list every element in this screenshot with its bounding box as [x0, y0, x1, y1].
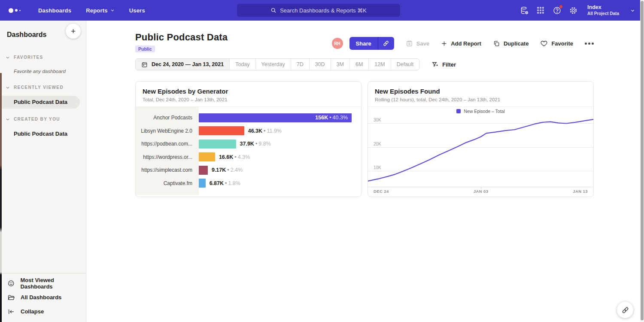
bar[interactable] [199, 166, 208, 175]
bar-chart-row[interactable]: https://wordpress.or...16.6K•4.3% [136, 151, 361, 164]
plus-icon [441, 40, 447, 47]
app-root: Dashboards Reports Users Search Dashboar… [0, 0, 644, 322]
add-report-button[interactable]: Add Report [441, 40, 481, 47]
nav-users[interactable]: Users [122, 7, 152, 14]
add-dashboard-button[interactable]: + [66, 24, 81, 39]
x-tick-jan13: JAN 13 [573, 189, 588, 194]
bar-track: 6.87K•1.8% [199, 179, 361, 188]
preset-yesterday[interactable]: Yesterday [256, 59, 291, 70]
bar[interactable] [199, 126, 244, 135]
chevron-down-icon [6, 117, 10, 122]
nav-users-label: Users [129, 7, 145, 14]
apps-grid-icon[interactable] [532, 0, 549, 21]
sidebar-section-recently-viewed[interactable]: RECENTLY VIEWED [0, 85, 86, 90]
bar-chart-body: Anchor Podcasts156K•40.3%Libsyn WebEngin… [136, 107, 361, 195]
folder-icon [7, 294, 15, 301]
line-chart-body: New Episode – Total 10K20K30K DEC 24 JAN… [368, 107, 593, 195]
share-link-fab[interactable] [617, 302, 633, 318]
preset-12m[interactable]: 12M [369, 59, 391, 70]
bar-value-label: 6.87K•1.8% [210, 180, 240, 186]
preset-3m[interactable]: 3M [331, 59, 350, 70]
collapse-sidebar-button[interactable]: Collapse [0, 304, 86, 319]
preset-30d[interactable]: 30D [310, 59, 331, 70]
bar-category-label: Libsyn WebEngine 2.0 [136, 128, 199, 134]
sidebar: Dashboards + FAVORITES Favorite any dash… [0, 21, 86, 322]
bar[interactable]: 156K•40.3% [199, 113, 352, 122]
bar-chart-title: New Episodes by Generator [143, 88, 354, 95]
bar-track: 156K•40.3% [199, 113, 361, 122]
screen-edge-artifact [0, 73, 2, 322]
date-toolbar: Dec 24, 2020 — Jan 13, 2021 Today Yester… [135, 58, 640, 70]
bar-category-label: Captivate.fm [136, 180, 199, 186]
nav-reports[interactable]: Reports [79, 7, 122, 14]
bar[interactable] [199, 179, 206, 188]
notification-badge [559, 5, 563, 9]
data-governance-icon[interactable] [516, 0, 532, 21]
nav-dashboards[interactable]: Dashboards [31, 7, 79, 14]
save-icon [406, 40, 413, 47]
favorite-button[interactable]: Favorite [540, 39, 573, 47]
page-actions: RH Share [332, 37, 594, 50]
amplitude-logo-icon[interactable] [9, 8, 21, 13]
settings-gear-icon[interactable] [565, 0, 581, 21]
bar-track: 9.17K•2.4% [199, 166, 361, 175]
bar-value-label: 9.17K•2.4% [212, 167, 243, 173]
top-navbar: Dashboards Reports Users Search Dashboar… [0, 0, 640, 21]
x-axis: DEC 24 JAN 03 JAN 13 [368, 187, 593, 195]
most-viewed-dashboards-button[interactable]: Most Viewed Dashboards [0, 276, 86, 290]
bar-chart-row[interactable]: https://simplecast.com9.17K•2.4% [136, 164, 361, 177]
share-button[interactable]: Share [349, 37, 378, 50]
chart-legend: New Episode – Total [368, 109, 593, 114]
project-selector[interactable]: Index All Project Data [587, 4, 635, 16]
nav-reports-label: Reports [86, 7, 108, 14]
sidebar-section-created-by-you[interactable]: CREATED BY YOU [0, 117, 86, 122]
page-scrollbar[interactable] [640, 0, 644, 322]
x-axis-tick [481, 187, 481, 189]
duplicate-button[interactable]: Duplicate [493, 40, 529, 47]
chevron-down-icon [110, 8, 115, 12]
line-chart-card[interactable]: New Episodes Found Rolling (12 hours), t… [368, 81, 594, 197]
search-placeholder: Search Dashboards & Reports ⌘K [280, 7, 367, 14]
x-tick-jan03: JAN 03 [474, 189, 489, 194]
line-plot: 10K20K30K [368, 116, 593, 187]
help-icon[interactable] [549, 0, 565, 21]
sidebar-section-favorites[interactable]: FAVORITES [0, 55, 86, 60]
chevron-down-icon [6, 85, 10, 90]
smiley-icon [7, 279, 15, 287]
preset-6m[interactable]: 6M [350, 59, 369, 70]
all-dashboards-button[interactable]: All Dashboards [0, 290, 86, 304]
avatar[interactable]: RH [332, 38, 343, 49]
bar-value-label: 16.6K•4.3% [219, 154, 250, 160]
bar-chart-row[interactable]: Libsyn WebEngine 2.046.3K•11.9% [136, 125, 361, 138]
page-title: Public Podcast Data [135, 32, 228, 43]
bar-chart-row[interactable]: https://podbean.com...37.9K•9.8% [136, 137, 361, 151]
calendar-icon [141, 61, 148, 68]
bar-chart-subtitle: Total, Dec 24th, 2020 – Jan 13th, 2021 [143, 97, 354, 102]
search-input[interactable]: Search Dashboards & Reports ⌘K [237, 4, 400, 17]
scrollbar-thumb[interactable] [641, 1, 644, 320]
share-split-button: Share [349, 37, 394, 50]
duplicate-icon [493, 40, 500, 47]
x-tick-dec24: DEC 24 [374, 189, 389, 194]
sidebar-item-public-podcast-data-2[interactable]: Public Podcast Data [0, 128, 80, 140]
save-button[interactable]: Save [406, 40, 429, 47]
bar-track: 37.9K•9.8% [199, 140, 361, 149]
bar[interactable] [199, 140, 236, 149]
sidebar-item-public-podcast-data[interactable]: Public Podcast Data [0, 96, 80, 109]
bar-chart-card[interactable]: New Episodes by Generator Total, Dec 24t… [135, 81, 361, 197]
share-link-button[interactable] [378, 37, 394, 50]
preset-default[interactable]: Default [391, 59, 419, 70]
preset-today[interactable]: Today [230, 59, 255, 70]
search-icon [270, 7, 276, 13]
more-options-button[interactable] [585, 43, 594, 45]
bar-chart-row[interactable]: Captivate.fm6.87K•1.8% [136, 177, 361, 190]
date-range-button[interactable]: Dec 24, 2020 — Jan 13, 2021 [136, 59, 230, 70]
nav-dashboards-label: Dashboards [38, 7, 71, 14]
legend-swatch [456, 109, 461, 113]
bar[interactable] [199, 152, 215, 161]
preset-7d[interactable]: 7D [291, 59, 310, 70]
bar-chart-row[interactable]: Anchor Podcasts156K•40.3% [136, 111, 361, 125]
link-icon [383, 40, 389, 47]
filter-button[interactable]: Filter [431, 61, 456, 68]
topnav-right-cluster: Index All Project Data [516, 0, 635, 21]
